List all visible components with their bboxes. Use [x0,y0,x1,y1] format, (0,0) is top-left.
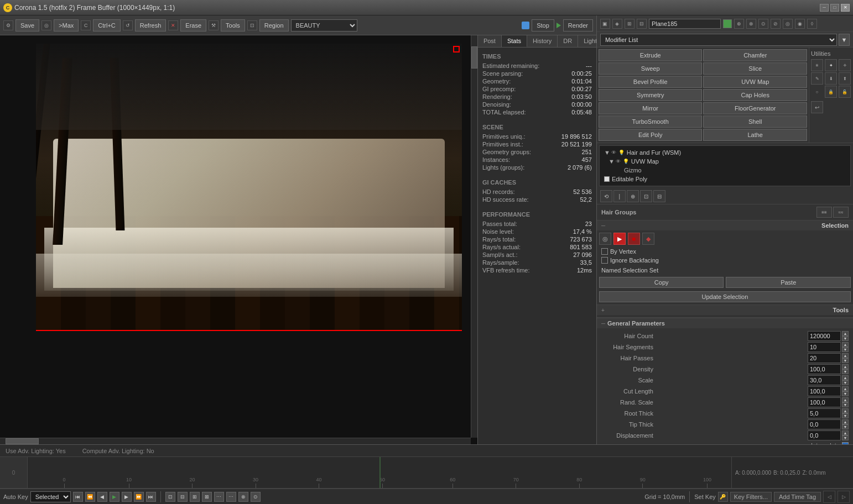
modifier-icon-8[interactable]: ⊘ [771,19,781,29]
util-icon-7[interactable]: ○ [811,86,823,98]
util-icon-4[interactable]: ✎ [811,72,823,85]
object-icon-1[interactable]: ▣ [600,19,610,29]
render-button[interactable]: Render [563,19,593,32]
mod-tree-icon-2[interactable]: | [613,190,626,202]
close-button[interactable]: ✕ [841,4,850,12]
rand-scale-up[interactable]: ▲ [842,397,849,402]
scale-input[interactable] [808,375,841,385]
hair-passes-up[interactable]: ▲ [842,353,849,358]
hair-group-icon-1[interactable]: ≡≡ [816,207,832,218]
modifier-icon-6[interactable]: ⊗ [746,19,756,29]
hair-passes-input[interactable] [808,353,841,363]
transport-prev-start[interactable]: ⏮ [73,492,83,502]
render-scrollbar-horizontal[interactable] [0,438,471,444]
timeline-ruler[interactable]: 0 10 20 30 4 [28,457,731,488]
util-icon-9[interactable]: 🔓 [839,86,851,98]
floor-generator-button[interactable]: FloorGenerator [703,102,807,114]
transport-btn-extra3[interactable]: ⊞ [190,492,200,502]
maximize-button[interactable]: □ [830,4,839,12]
tip-thick-down[interactable]: ▼ [842,424,849,429]
tab-post[interactable]: Post [478,35,502,47]
tools-button[interactable]: Tools [221,19,245,32]
by-vertex-checkbox[interactable] [601,248,608,255]
mirror-button[interactable]: Mirror [599,102,703,114]
max-button[interactable]: >Max [54,19,79,32]
sel-icon-circle[interactable]: ◎ [599,233,611,245]
root-thick-down[interactable]: ▼ [842,413,849,418]
add-time-tag-button[interactable]: Add Time Tag [774,492,821,502]
root-thick-up[interactable]: ▲ [842,408,849,413]
general-params-header[interactable]: ─ General Parameters [597,318,853,328]
density-input[interactable] [808,364,841,374]
mod-tree-icon-3[interactable]: ⊕ [627,190,639,202]
modifier-icon-9[interactable]: ◎ [783,19,793,29]
hair-segments-down[interactable]: ▼ [842,347,849,352]
tree-item-gizmo[interactable]: Gizmo [602,166,848,175]
util-icon-8[interactable]: 🔒 [825,86,837,98]
transport-btn-extra4[interactable]: ⊠ [202,492,212,502]
transport-btn-extra1[interactable]: ⊡ [165,492,175,502]
rand-scale-down[interactable]: ▼ [842,402,849,407]
transport-btn-extra5[interactable]: ⋯ [214,492,224,502]
util-icon-curved[interactable]: ↩ [811,101,823,113]
slice-button[interactable]: Slice [703,62,807,75]
tools-section-header[interactable]: + Tools [597,305,853,315]
status-icon-right[interactable]: ▷ [838,491,850,503]
hair-count-up[interactable]: ▲ [842,331,849,336]
tab-lightmix[interactable]: LightMix [578,35,596,47]
color-swatch[interactable] [723,19,732,28]
sel-icon-diamond[interactable]: ◆ [642,233,654,245]
util-icon-2[interactable]: ✦ [825,59,837,71]
density-up[interactable]: ▲ [842,364,849,369]
object-icon-3[interactable]: ⊞ [625,19,634,29]
sel-icon-square[interactable]: ■ [628,233,640,245]
modifier-list-select[interactable]: Modifier List [600,34,837,46]
ignore-backfacing-checkbox[interactable] [601,257,608,264]
modifier-icon-10[interactable]: ◉ [795,19,805,29]
cap-holes-button[interactable]: Cap Holes [703,89,807,101]
selection-section-header[interactable]: ─ Selection [597,221,853,230]
transport-prev-frame[interactable]: ◀ [97,492,107,502]
bevel-profile-button[interactable]: Bevel Profile [599,76,703,88]
tip-thick-input[interactable] [808,419,841,429]
hair-segments-input[interactable] [808,342,841,352]
symmetry-button[interactable]: Symmetry [599,89,703,101]
hair-segments-up[interactable]: ▲ [842,342,849,347]
uvw-map-button[interactable]: UVW Map [703,76,807,88]
save-button[interactable]: Save [15,19,39,32]
tree-item-editable-poly[interactable]: Editable Poly [602,175,848,183]
util-icon-3[interactable]: ✧ [839,59,851,71]
root-thick-input[interactable] [808,408,841,418]
object-icon-4[interactable]: ⊟ [637,19,647,29]
displacement-down[interactable]: ▼ [842,435,849,440]
mod-tree-icon-1[interactable]: ⟲ [600,190,612,202]
rand-scale-input[interactable] [808,397,841,407]
region-button[interactable]: Region [259,19,289,32]
scale-up[interactable]: ▲ [842,375,849,380]
refresh-button[interactable]: Refresh [135,19,167,32]
shell-button[interactable]: Shell [703,116,807,128]
tip-thick-up[interactable]: ▲ [842,419,849,424]
transport-btn-extra7[interactable]: ⊗ [238,492,248,502]
lathe-button[interactable]: Lathe [703,129,807,141]
edit-poly-button[interactable]: Edit Poly [599,129,703,141]
transport-btn-extra6[interactable]: ⋯ [226,492,236,502]
scale-down[interactable]: ▼ [842,380,849,385]
tab-dr[interactable]: DR [558,35,578,47]
tree-checkbox-editable-poly[interactable] [604,176,610,182]
transport-next-key[interactable]: ⏩ [134,492,144,502]
modifier-list-dropdown-btn[interactable]: ▼ [839,34,850,46]
util-icon-1[interactable]: ≡ [811,59,823,71]
util-icon-5[interactable]: ⬇ [825,72,837,85]
erase-button[interactable]: Erase [180,19,206,32]
copy-button[interactable]: Copy [599,277,724,288]
setkey-icon[interactable]: 🔑 [718,492,728,502]
stop-button[interactable]: Stop [532,19,554,32]
extrude-button[interactable]: Extrude [599,49,703,61]
cut-length-up[interactable]: ▲ [842,386,849,391]
displacement-input[interactable] [808,431,841,440]
modifier-icon-11[interactable]: ◊ [807,19,817,29]
hair-count-input[interactable] [808,331,841,341]
transport-btn-extra2[interactable]: ⊟ [178,492,188,502]
hair-group-icon-2[interactable]: ≈≈ [833,207,849,218]
